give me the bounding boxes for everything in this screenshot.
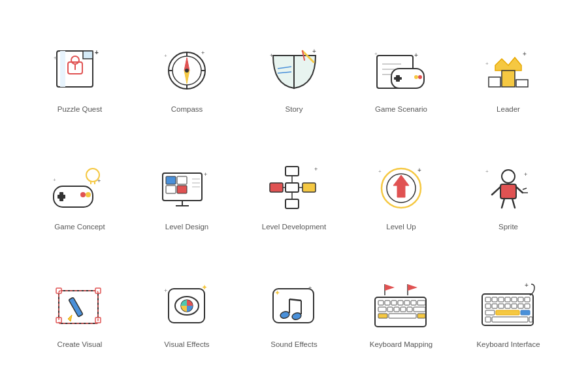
svg-rect-136 — [518, 297, 523, 302]
svg-rect-142 — [512, 304, 517, 308]
svg-point-3 — [71, 56, 79, 64]
svg-rect-123 — [394, 307, 399, 312]
svg-marker-112 — [408, 284, 417, 291]
svg-text:+: + — [312, 48, 316, 55]
label-keyboard-mapping: Keyboard Mapping — [370, 340, 433, 350]
icon-visual-effects: ✦ + — [154, 278, 220, 333]
svg-point-78 — [502, 170, 515, 183]
svg-point-49 — [86, 192, 91, 197]
icon-level-up: + + — [368, 160, 434, 216]
icon-cell-create-visual: Create Visual — [26, 255, 133, 372]
svg-rect-139 — [492, 304, 497, 308]
svg-rect-125 — [407, 307, 412, 312]
svg-rect-147 — [521, 310, 530, 315]
svg-text:+: + — [378, 169, 382, 174]
label-keyboard-interface: Keyboard Interface — [476, 340, 540, 350]
icon-puzzle-quest: + + — [47, 42, 112, 98]
svg-line-81 — [512, 199, 515, 208]
icon-cell-sprite: + + Sprite — [455, 137, 562, 255]
svg-rect-63 — [286, 167, 299, 176]
svg-text:+: + — [54, 55, 57, 61]
svg-text:+: + — [204, 171, 207, 178]
svg-text:+: + — [308, 285, 312, 291]
svg-rect-37 — [502, 71, 515, 87]
label-leader: Leader — [497, 105, 520, 114]
icon-cell-visual-effects: ✦ + Visual Effects — [133, 255, 240, 372]
svg-rect-137 — [525, 297, 530, 302]
svg-line-83 — [516, 187, 523, 193]
svg-rect-127 — [378, 314, 387, 318]
label-story: Story — [286, 105, 303, 114]
label-level-up: Level Up — [386, 222, 416, 232]
label-game-concept: Game Concept — [54, 222, 105, 232]
svg-line-80 — [502, 199, 504, 208]
svg-rect-121 — [378, 307, 386, 312]
label-game-scenario: Game Scenario — [375, 105, 427, 114]
label-create-visual: Create Visual — [57, 340, 103, 350]
svg-rect-39 — [516, 80, 528, 87]
svg-line-84 — [523, 188, 527, 189]
icon-cell-sound-effects: ✦ + Sound Effects — [240, 255, 348, 372]
svg-rect-56 — [177, 186, 187, 193]
svg-rect-55 — [166, 186, 176, 193]
icon-cell-leader: + + Leader — [455, 20, 562, 137]
svg-text:+: + — [485, 169, 489, 174]
icon-keyboard-interface: + — [476, 278, 541, 333]
svg-text:+: + — [525, 282, 529, 289]
icon-sound-effects: ✦ + — [261, 278, 327, 333]
svg-rect-144 — [525, 304, 530, 308]
icon-cell-story: + + Story — [240, 20, 348, 137]
svg-rect-124 — [400, 307, 406, 312]
icon-sprite: + + — [476, 160, 541, 216]
icon-cell-level-up: + + Level Up — [348, 137, 455, 255]
icon-leader: + + — [476, 42, 541, 98]
svg-rect-47 — [57, 195, 65, 199]
svg-rect-134 — [505, 297, 510, 302]
svg-rect-131 — [485, 297, 491, 302]
icon-grid: + + Puzzle Quest + — [13, 13, 575, 379]
svg-text:+: + — [164, 287, 167, 294]
svg-rect-138 — [485, 304, 491, 308]
svg-rect-54 — [177, 176, 187, 184]
icon-cell-keyboard-mapping: Keyboard Mapping — [348, 255, 455, 372]
svg-text:+: + — [523, 50, 527, 57]
svg-rect-67 — [286, 199, 299, 208]
svg-marker-110 — [385, 284, 395, 291]
label-level-design: Level Design — [165, 222, 208, 232]
svg-text:+: + — [201, 50, 204, 56]
svg-text:+: + — [270, 52, 273, 59]
svg-marker-36 — [495, 57, 521, 71]
svg-rect-129 — [417, 314, 425, 318]
svg-rect-115 — [385, 301, 390, 305]
svg-text:+: + — [95, 49, 99, 56]
svg-point-48 — [80, 192, 86, 197]
icon-cell-puzzle-quest: + + Puzzle Quest — [26, 20, 133, 137]
svg-rect-133 — [498, 297, 504, 302]
icon-cell-game-concept: + + Game Concept — [26, 137, 133, 255]
label-visual-effects: Visual Effects — [164, 340, 209, 350]
svg-point-32 — [414, 75, 418, 79]
svg-rect-143 — [518, 304, 523, 308]
svg-rect-148 — [485, 317, 491, 322]
icon-compass: + + — [154, 42, 220, 98]
svg-rect-114 — [378, 301, 384, 305]
svg-rect-132 — [492, 297, 497, 302]
icon-story: + + — [261, 42, 327, 98]
svg-text:+: + — [485, 61, 489, 67]
label-level-development: Level Development — [262, 222, 326, 232]
svg-rect-38 — [489, 77, 500, 87]
icon-cell-level-design: + Level Design — [133, 137, 240, 255]
svg-text:+: + — [314, 166, 318, 172]
svg-rect-53 — [166, 176, 176, 184]
label-puzzle-quest: Puzzle Quest — [57, 105, 102, 114]
svg-rect-89 — [56, 288, 61, 293]
icon-game-scenario: + + — [368, 42, 434, 98]
svg-rect-141 — [505, 304, 510, 308]
svg-rect-135 — [512, 297, 517, 302]
icon-game-concept: + + — [47, 160, 112, 216]
svg-rect-128 — [389, 314, 416, 318]
icon-level-development: + — [261, 160, 327, 216]
svg-marker-75 — [393, 175, 409, 197]
icon-keyboard-mapping — [368, 278, 434, 333]
label-compass: Compass — [171, 105, 203, 114]
